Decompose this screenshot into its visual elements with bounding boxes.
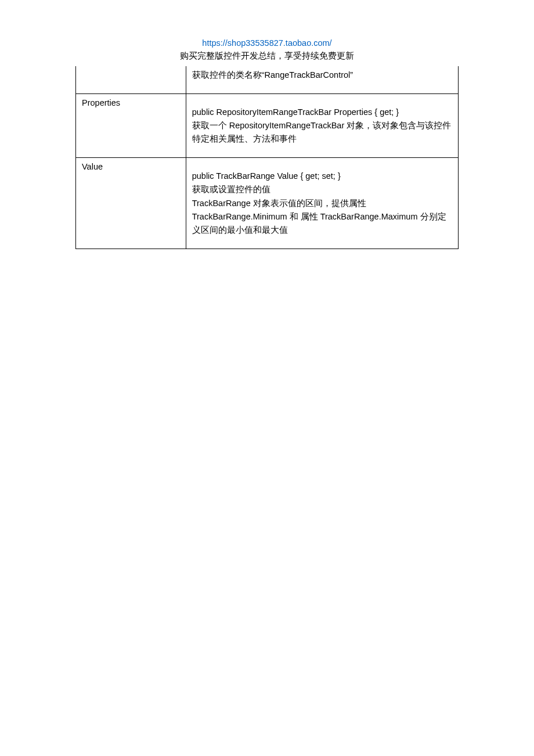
member-desc-cell: 获取控件的类名称“RangeTrackBarControl” bbox=[186, 66, 458, 94]
page-header: https://shop33535827.taobao.com/ 购买完整版控件… bbox=[0, 37, 534, 63]
table-row: Value public TrackBarRange Value { get; … bbox=[76, 158, 459, 249]
header-tagline: 购买完整版控件开发总结，享受持续免费更新 bbox=[0, 50, 534, 63]
member-name-cell: Value bbox=[76, 158, 186, 249]
member-desc-text: public TrackBarRange Value { get; set; }… bbox=[192, 171, 446, 235]
member-name-cell: Properties bbox=[76, 93, 186, 158]
header-url: https://shop33535827.taobao.com/ bbox=[0, 37, 534, 50]
table-row: 获取控件的类名称“RangeTrackBarControl” bbox=[76, 66, 459, 94]
api-table: 获取控件的类名称“RangeTrackBarControl” Propertie… bbox=[75, 66, 459, 250]
table-row: Properties public RepositoryItemRangeTra… bbox=[76, 93, 459, 158]
member-desc-cell: public TrackBarRange Value { get; set; }… bbox=[186, 158, 458, 249]
member-desc-text: public RepositoryItemRangeTrackBar Prope… bbox=[192, 107, 452, 143]
member-desc-cell: public RepositoryItemRangeTrackBar Prope… bbox=[186, 93, 458, 158]
member-name-cell bbox=[76, 66, 186, 94]
